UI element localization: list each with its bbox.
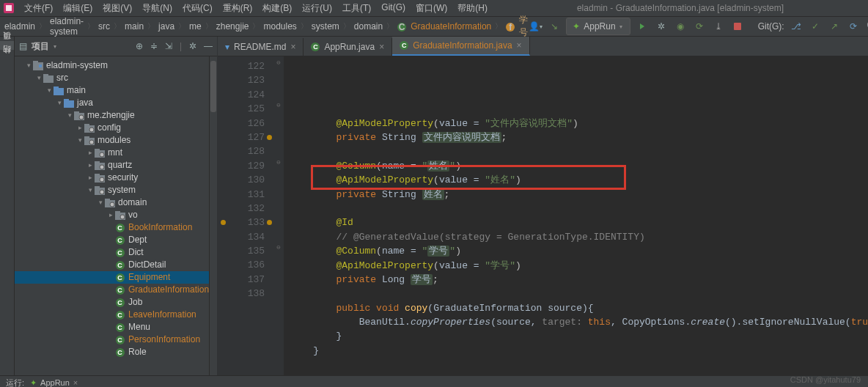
svg-rect-1: [6, 5, 12, 11]
svg-point-25: [100, 165, 104, 169]
tree-node[interactable]: ▾eladmin-system: [15, 59, 209, 72]
line-gutter[interactable]: 1221231241251261271281291301311321331341…: [218, 56, 273, 375]
tree-node[interactable]: CMenu: [15, 321, 209, 333]
project-sidebar: ▤ 项目 ▾ ⊕ ≑ ⇲ | ✲ — ▾eladmin-system▾src▾m…: [15, 37, 218, 375]
debug-button[interactable]: ✲: [654, 19, 669, 34]
svg-point-13: [79, 115, 84, 119]
svg-rect-6: [43, 74, 48, 76]
crumb-item[interactable]: modules: [263, 21, 296, 32]
tree-node[interactable]: ▸config: [15, 122, 209, 134]
crumb-item[interactable]: me: [189, 21, 202, 32]
svg-point-19: [89, 140, 94, 144]
svg-point-37: [120, 215, 125, 219]
tree-node[interactable]: CGraduateInformation: [15, 284, 209, 296]
collapse-icon[interactable]: ≑: [150, 41, 158, 51]
crumb-item[interactable]: zhengjie: [216, 21, 249, 32]
editor-tab[interactable]: CGraduateInformation.java×: [392, 37, 529, 56]
svg-rect-10: [64, 99, 69, 101]
run-config-selector[interactable]: ✦ AppRun ▾: [566, 18, 630, 35]
tree-node[interactable]: ▾java: [15, 97, 209, 109]
tree-node[interactable]: CDept: [15, 234, 209, 246]
crumb-field[interactable]: 学号: [519, 14, 528, 39]
fold-gutter[interactable]: ⊖⊖⊖⊖: [273, 56, 284, 375]
close-icon[interactable]: ×: [517, 40, 522, 51]
profile-button[interactable]: ⟳: [692, 19, 707, 34]
crumb-class[interactable]: GraduateInformation: [411, 21, 491, 32]
tree-node[interactable]: ▾domain: [15, 196, 209, 209]
run-button[interactable]: [635, 19, 650, 34]
editor-tabs: ▾README.md×CAppRun.java×CGraduateInforma…: [218, 37, 868, 56]
svg-rect-15: [84, 124, 89, 126]
tree-node[interactable]: ▾src: [15, 72, 209, 84]
svg-rect-33: [105, 199, 110, 201]
close-icon[interactable]: ×: [290, 42, 295, 52]
svg-point-22: [100, 152, 104, 157]
tool-tab-project[interactable]: 项目: [0, 41, 14, 50]
locate-icon[interactable]: ⊕: [136, 41, 143, 51]
tree-node[interactable]: CBookInformation: [15, 221, 209, 234]
hide-icon[interactable]: —: [204, 41, 213, 51]
spring-icon: ✦: [30, 378, 37, 388]
code-area[interactable]: 1221231241251261271281291301311321331341…: [218, 56, 868, 375]
crumb-item[interactable]: system: [312, 21, 339, 32]
search-icon[interactable]: 🔍: [865, 19, 868, 34]
editor-tab[interactable]: CAppRun.java×: [304, 38, 392, 56]
tree-node[interactable]: ▾modules: [15, 134, 209, 147]
git-branch-icon[interactable]: ⎇: [789, 19, 803, 34]
run-status[interactable]: ✦ AppRun ×: [24, 377, 84, 388]
stop-button[interactable]: [730, 19, 745, 34]
tree-node[interactable]: CDictDetail: [15, 259, 209, 271]
tree-node[interactable]: ▸quartz: [15, 159, 209, 172]
editor-tab[interactable]: ▾README.md×: [218, 38, 304, 56]
close-icon[interactable]: ×: [379, 42, 384, 52]
project-tree[interactable]: ▾eladmin-system▾src▾main▾java▾me.zhengji…: [15, 56, 209, 375]
svg-rect-21: [95, 149, 100, 151]
crumb-item[interactable]: java: [158, 21, 174, 32]
tree-node[interactable]: CLeaveInformation: [15, 309, 209, 321]
crumb-item[interactable]: eladmin-system: [50, 16, 84, 37]
crumb-item[interactable]: src: [98, 21, 110, 32]
window-title: eladmin - GraduateInformation.java [elad…: [493, 3, 868, 13]
tree-node[interactable]: CRole: [15, 346, 209, 358]
git-update-icon[interactable]: ⟳: [846, 19, 861, 34]
git-push-icon[interactable]: ↗: [827, 19, 842, 34]
tree-node[interactable]: ▾me.zhengjie: [15, 109, 209, 122]
editor-area: ▾README.md×CAppRun.java×CGraduateInforma…: [218, 37, 868, 375]
git-commit-icon[interactable]: ✓: [808, 19, 823, 34]
close-icon[interactable]: ×: [73, 378, 78, 387]
tool-tab-structure[interactable]: 结构: [0, 56, 14, 64]
svg-rect-12: [74, 111, 79, 114]
svg-rect-27: [95, 174, 100, 176]
code-source[interactable]: ▲59 @ApiModelProperty(value = "文件内容说明文档"…: [284, 56, 868, 375]
tree-node[interactable]: ▾main: [15, 84, 209, 97]
project-icon: ▤: [19, 41, 27, 51]
tree-node[interactable]: ▸mnt: [15, 147, 209, 159]
sidebar-scrollbar[interactable]: [209, 56, 217, 375]
svg-rect-4: [39, 64, 42, 67]
crumb-item[interactable]: eladmin: [4, 21, 35, 32]
left-tool-stripe: 项目 结构: [0, 37, 15, 375]
tree-node[interactable]: ▾system: [15, 184, 209, 196]
coverage-button[interactable]: ◉: [673, 19, 688, 34]
watermark: CSDN @yitahutu79: [790, 375, 861, 384]
tree-node[interactable]: ▸vo: [15, 209, 209, 221]
gear-icon[interactable]: ✲: [189, 41, 196, 51]
crumb-item[interactable]: main: [125, 21, 144, 32]
svg-rect-24: [95, 161, 100, 163]
tree-node[interactable]: CEquipment: [15, 271, 209, 284]
crumb-item[interactable]: domain: [354, 21, 383, 32]
expand-icon[interactable]: ⇲: [165, 41, 172, 51]
tree-node[interactable]: ▸security: [15, 172, 209, 184]
attach-button[interactable]: ⤓: [711, 19, 726, 34]
user-icon[interactable]: 👤▾: [528, 19, 542, 34]
svg-point-34: [110, 202, 114, 207]
svg-rect-3: [33, 61, 38, 63]
run-label[interactable]: 运行:: [6, 377, 24, 388]
tree-node[interactable]: CPersonInformation: [15, 333, 209, 346]
tree-node[interactable]: CDict: [15, 246, 209, 259]
build-icon[interactable]: ↘: [547, 19, 562, 34]
breadcrumb[interactable]: eladmin〉eladmin-system〉src〉main〉java〉me〉…: [4, 14, 528, 39]
tree-node[interactable]: CJob: [15, 296, 209, 309]
git-label: Git(G):: [758, 21, 784, 32]
svg-point-28: [100, 177, 104, 182]
